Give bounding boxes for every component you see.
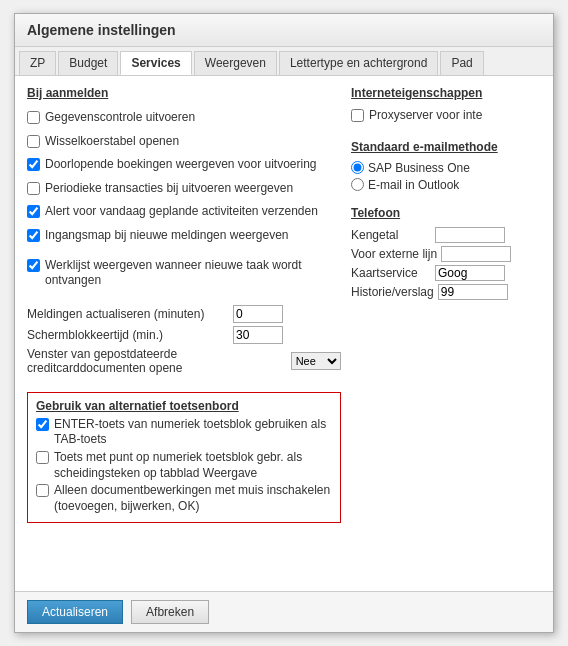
- label-alleen-doc: Alleen documentbewerkingen met muis insc…: [54, 483, 332, 514]
- input-historie[interactable]: [438, 284, 508, 300]
- input-kengetal[interactable]: [435, 227, 505, 243]
- input-extern[interactable]: [441, 246, 511, 262]
- actualiseren-button[interactable]: Actualiseren: [27, 600, 123, 624]
- fields-section: Meldingen actualiseren (minuten) Schermb…: [27, 305, 341, 378]
- telefoon-title: Telefoon: [351, 206, 541, 220]
- checkbox-alert[interactable]: [27, 205, 40, 218]
- tab-weergeven[interactable]: Weergeven: [194, 51, 277, 75]
- telefoon-section: Telefoon Kengetal Voor externe lijn Kaar…: [351, 206, 541, 300]
- dialog-content: Bij aanmelden Gegevenscontrole uitvoeren…: [15, 76, 553, 591]
- cb-enter-tab: ENTER-toets van numeriek toetsblok gebru…: [36, 417, 332, 448]
- tel-kengetal: Kengetal: [351, 227, 541, 243]
- cb-alert: Alert voor vandaag geplande activiteiten…: [27, 204, 341, 220]
- email-title: Standaard e-mailmethode: [351, 140, 541, 154]
- checkbox-werklijst[interactable]: [27, 259, 40, 272]
- tab-budget[interactable]: Budget: [58, 51, 118, 75]
- field-venster: Venster van gepostdateerde creditcarddoc…: [27, 347, 341, 375]
- internet-title: Interneteigenschappen: [351, 86, 541, 100]
- radio-sap-business[interactable]: [351, 161, 364, 174]
- label-sap-business: SAP Business One: [368, 161, 470, 175]
- right-column: Interneteigenschappen Proxyserver voor i…: [351, 86, 541, 581]
- alt-keyboard-title: Gebruik van alternatief toetsenbord: [36, 399, 332, 413]
- afbreken-button[interactable]: Afbreken: [131, 600, 209, 624]
- tab-pad[interactable]: Pad: [440, 51, 483, 75]
- dialog-footer: Actualiseren Afbreken: [15, 591, 553, 632]
- label-enter-tab: ENTER-toets van numeriek toetsblok gebru…: [54, 417, 332, 448]
- checkbox-alleen-doc[interactable]: [36, 484, 49, 497]
- input-kaartservice[interactable]: [435, 265, 505, 281]
- label-kengetal: Kengetal: [351, 228, 431, 242]
- checkbox-gegevenscontrole[interactable]: [27, 111, 40, 124]
- label-historie: Historie/verslag: [351, 285, 434, 299]
- field-meldingen: Meldingen actualiseren (minuten): [27, 305, 341, 323]
- label-kaartservice: Kaartservice: [351, 266, 431, 280]
- cb-toets-punt: Toets met punt op numeriek toetsblok geb…: [36, 450, 332, 481]
- label-periodieke: Periodieke transacties bij uitvoeren wee…: [45, 181, 293, 197]
- radio-outlook[interactable]: [351, 178, 364, 191]
- label-extern: Voor externe lijn: [351, 247, 437, 261]
- tel-kaartservice: Kaartservice: [351, 265, 541, 281]
- checkbox-wisselkoers[interactable]: [27, 135, 40, 148]
- label-ingangsmap: Ingangsmap bij nieuwe meldingen weergeve…: [45, 228, 289, 244]
- cb-proxy: Proxyserver voor inte: [351, 108, 541, 124]
- tab-services[interactable]: Services: [120, 51, 191, 75]
- alt-keyboard-section: Gebruik van alternatief toetsenbord ENTE…: [27, 392, 341, 524]
- cb-gegevenscontrole: Gegevenscontrole uitvoeren: [27, 110, 341, 126]
- label-alert: Alert voor vandaag geplande activiteiten…: [45, 204, 318, 220]
- radio-sap: SAP Business One: [351, 161, 541, 175]
- label-meldingen: Meldingen actualiseren (minuten): [27, 307, 227, 321]
- label-outlook: E-mail in Outlook: [368, 178, 459, 192]
- checkbox-enter-tab[interactable]: [36, 418, 49, 431]
- input-meldingen[interactable]: [233, 305, 283, 323]
- label-gegevenscontrole: Gegevenscontrole uitvoeren: [45, 110, 195, 126]
- checkbox-ingangsmap[interactable]: [27, 229, 40, 242]
- cb-werklijst: Werklijst weergeven wanneer nieuwe taak …: [27, 258, 341, 289]
- tel-historie: Historie/verslag: [351, 284, 541, 300]
- checkbox-periodieke[interactable]: [27, 182, 40, 195]
- left-column: Bij aanmelden Gegevenscontrole uitvoeren…: [27, 86, 341, 581]
- label-toets-punt: Toets met punt op numeriek toetsblok geb…: [54, 450, 332, 481]
- label-doorlopende: Doorlopende boekingen weergeven voor uit…: [45, 157, 317, 173]
- cb-periodieke: Periodieke transacties bij uitvoeren wee…: [27, 181, 341, 197]
- checkbox-doorlopende[interactable]: [27, 158, 40, 171]
- label-schermblok: Schermblokkeertijd (min.): [27, 328, 227, 342]
- label-venster: Venster van gepostdateerde creditcarddoc…: [27, 347, 285, 375]
- label-wisselkoers: Wisselkoerstabel openen: [45, 134, 179, 150]
- field-schermblok: Schermblokkeertijd (min.): [27, 326, 341, 344]
- tab-lettertype[interactable]: Lettertype en achtergrond: [279, 51, 438, 75]
- dialog-window: Algemene instellingen ZP Budget Services…: [14, 13, 554, 633]
- cb-ingangsmap: Ingangsmap bij nieuwe meldingen weergeve…: [27, 228, 341, 244]
- label-werklijst: Werklijst weergeven wanneer nieuwe taak …: [45, 258, 341, 289]
- radio-outlook: E-mail in Outlook: [351, 178, 541, 192]
- input-schermblok[interactable]: [233, 326, 283, 344]
- cb-alleen-doc: Alleen documentbewerkingen met muis insc…: [36, 483, 332, 514]
- tab-zp[interactable]: ZP: [19, 51, 56, 75]
- checkbox-toets-punt[interactable]: [36, 451, 49, 464]
- tab-bar: ZP Budget Services Weergeven Lettertype …: [15, 47, 553, 76]
- cb-wisselkoers: Wisselkoerstabel openen: [27, 134, 341, 150]
- label-proxy: Proxyserver voor inte: [369, 108, 482, 124]
- cb-doorlopende: Doorlopende boekingen weergeven voor uit…: [27, 157, 341, 173]
- bij-aanmelden-title: Bij aanmelden: [27, 86, 341, 100]
- select-venster[interactable]: Nee Ja: [291, 352, 341, 370]
- checkbox-proxy[interactable]: [351, 109, 364, 122]
- internet-section: Interneteigenschappen Proxyserver voor i…: [351, 86, 541, 126]
- dialog-title: Algemene instellingen: [15, 14, 553, 47]
- email-section: Standaard e-mailmethode SAP Business One…: [351, 140, 541, 192]
- tel-extern: Voor externe lijn: [351, 246, 541, 262]
